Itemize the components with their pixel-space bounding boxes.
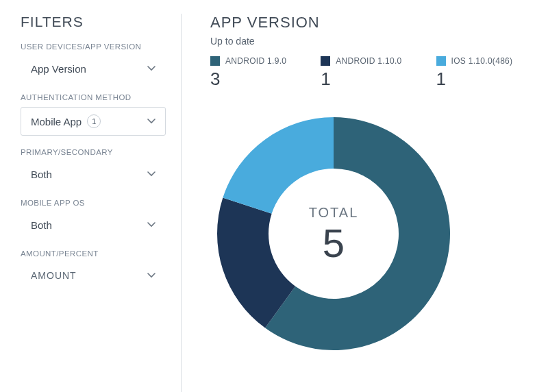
chart-subtitle: Up to date xyxy=(210,36,527,47)
filter-badge: 1 xyxy=(87,114,101,128)
filter-value: Both xyxy=(31,219,52,231)
legend-item: ANDROID 1.9.03 xyxy=(210,56,286,90)
chevron-down-icon xyxy=(147,222,155,228)
chevron-down-icon xyxy=(147,273,155,278)
filter-select[interactable]: App Version xyxy=(21,56,166,81)
filter-label: AUTHENTICATION METHOD xyxy=(21,93,166,101)
chevron-down-icon xyxy=(147,119,155,124)
filter-select[interactable]: Both xyxy=(21,212,166,237)
donut-slice xyxy=(223,117,334,214)
legend-label: ANDROID 1.10.0 xyxy=(336,56,401,66)
chevron-down-icon xyxy=(147,171,155,177)
legend-value: 1 xyxy=(321,69,401,90)
filter-label: AMOUNT/PERCENT xyxy=(21,249,166,258)
donut-chart: TOTAL 5 xyxy=(210,110,457,357)
legend-item: IOS 1.10.0(486)1 xyxy=(436,56,513,90)
chevron-down-icon xyxy=(147,66,155,71)
filter-select[interactable]: AMOUNT xyxy=(21,263,166,288)
filter-label: USER DEVICES/APP VERSION xyxy=(21,42,166,51)
legend-item: ANDROID 1.10.01 xyxy=(321,56,401,90)
chart-title: APP VERSION xyxy=(210,14,527,32)
filter-value: App Version xyxy=(31,63,86,75)
legend-swatch xyxy=(321,56,330,66)
chart-panel: APP VERSION Up to date ANDROID 1.9.03AND… xyxy=(182,14,527,392)
filter-select[interactable]: Mobile App1 xyxy=(21,107,166,136)
legend-value: 1 xyxy=(436,69,513,90)
filter-label: PRIMARY/SECONDARY xyxy=(21,148,166,156)
legend-label: ANDROID 1.9.0 xyxy=(225,56,286,66)
legend-value: 3 xyxy=(210,69,286,90)
filters-title: FILTERS xyxy=(21,14,166,30)
filter-value: Mobile App xyxy=(31,116,82,127)
filters-sidebar: FILTERS USER DEVICES/APP VERSIONApp Vers… xyxy=(21,14,182,392)
chart-legend: ANDROID 1.9.03ANDROID 1.10.01IOS 1.10.0(… xyxy=(210,56,527,90)
legend-label: IOS 1.10.0(486) xyxy=(451,56,513,66)
filter-value: AMOUNT xyxy=(31,270,77,281)
legend-swatch xyxy=(436,56,446,66)
filter-value: Both xyxy=(31,169,52,180)
filter-label: MOBILE APP OS xyxy=(21,199,166,207)
filter-select[interactable]: Both xyxy=(21,162,166,186)
legend-swatch xyxy=(210,56,220,66)
